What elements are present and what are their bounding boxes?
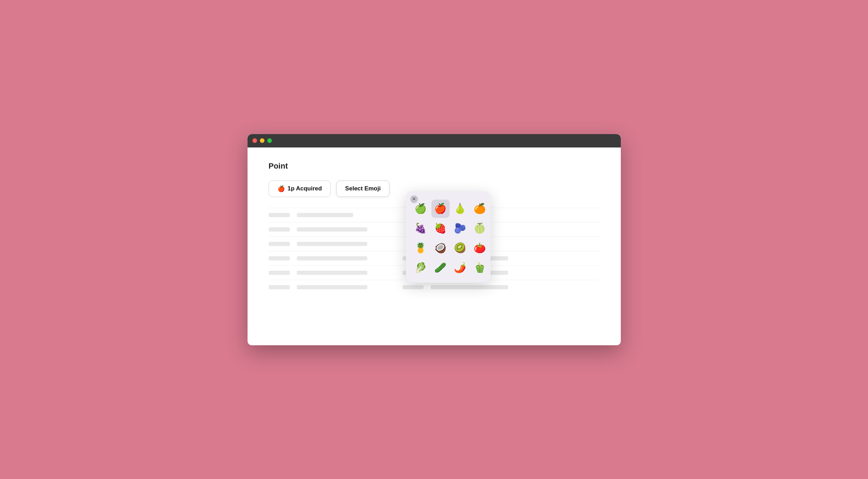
skeleton-cell xyxy=(431,285,508,289)
emoji-grapes[interactable]: 🍇 xyxy=(412,219,430,238)
skeleton-cell xyxy=(269,285,290,289)
skeleton-cell xyxy=(269,213,290,217)
select-emoji-button[interactable]: Select Emoji xyxy=(336,181,389,197)
emoji-picker: ✕ 🍏 🍎 🍐 🍊 🍇 🍓 🫐 🍈 🍍 🥥 🥝 xyxy=(406,191,491,283)
emoji-cucumber[interactable]: 🥒 xyxy=(431,259,450,277)
minimize-button[interactable] xyxy=(260,138,264,143)
emoji-hot-pepper[interactable]: 🌶️ xyxy=(451,259,469,277)
emoji-leafy-green[interactable]: 🥬 xyxy=(412,259,430,277)
emoji-strawberry[interactable]: 🍓 xyxy=(431,219,450,238)
skeleton-cell xyxy=(297,227,367,232)
emoji-pear[interactable]: 🍐 xyxy=(451,200,469,218)
skeleton-cell xyxy=(269,242,290,246)
skeleton-cell xyxy=(297,271,367,275)
titlebar xyxy=(248,134,621,147)
emoji-tangerine[interactable]: 🍊 xyxy=(471,200,489,218)
emoji-kiwi[interactable]: 🥝 xyxy=(451,239,469,257)
skeleton-cell xyxy=(402,285,424,289)
skeleton-cell xyxy=(297,285,367,289)
emoji-pineapple[interactable]: 🍍 xyxy=(412,239,430,257)
picker-close-button[interactable]: ✕ xyxy=(410,195,418,203)
close-icon: ✕ xyxy=(412,196,416,202)
skeleton-cell xyxy=(297,213,353,217)
emoji-coconut[interactable]: 🥥 xyxy=(431,239,450,257)
emoji-melon[interactable]: 🍈 xyxy=(471,219,489,238)
main-content: Point 🍎 1p Acquired Select Emoji ✕ 🍏 xyxy=(248,147,621,345)
close-button[interactable] xyxy=(252,138,257,143)
acquired-label: 1p Acquired xyxy=(288,185,322,192)
skeleton-cell xyxy=(297,242,367,246)
page-title: Point xyxy=(269,162,600,171)
emoji-grid: 🍏 🍎 🍐 🍊 🍇 🍓 🫐 🍈 🍍 🥥 🥝 🍅 🥬 🥒 xyxy=(412,200,485,277)
skeleton-cell xyxy=(269,271,290,275)
emoji-bell-pepper[interactable]: 🫑 xyxy=(471,259,489,277)
emoji-red-apple[interactable]: 🍎 xyxy=(431,200,450,218)
select-emoji-label: Select Emoji xyxy=(345,185,381,192)
skeleton-cell xyxy=(269,227,290,232)
emoji-blueberries[interactable]: 🫐 xyxy=(451,219,469,238)
acquired-emoji: 🍎 xyxy=(277,185,285,193)
controls-row: 🍎 1p Acquired Select Emoji ✕ 🍏 🍎 🍐 � xyxy=(269,181,600,197)
skeleton-cell xyxy=(297,256,367,260)
maximize-button[interactable] xyxy=(267,138,272,143)
app-window: Point 🍎 1p Acquired Select Emoji ✕ 🍏 xyxy=(248,134,621,345)
skeleton-cell xyxy=(269,256,290,260)
desktop-background: Point 🍎 1p Acquired Select Emoji ✕ 🍏 xyxy=(248,127,621,352)
acquired-button[interactable]: 🍎 1p Acquired xyxy=(269,181,331,197)
emoji-tomato[interactable]: 🍅 xyxy=(471,239,489,257)
